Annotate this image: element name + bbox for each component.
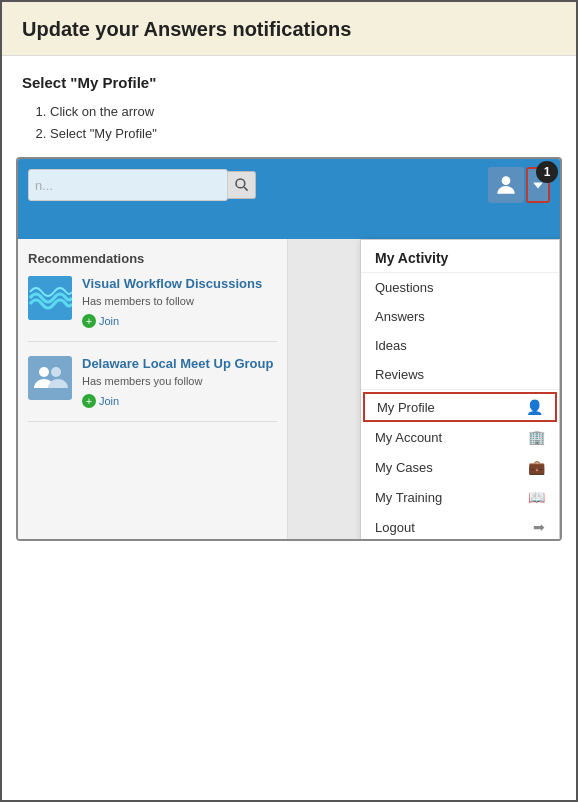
reviews-label: Reviews [375, 367, 424, 382]
dropdown-section-profile: My Profile 👤 My Account 🏢 My Cases 💼 My … [361, 389, 559, 541]
dropdown-section-header: My Activity [361, 240, 559, 273]
plus-circle-icon: + [82, 314, 96, 328]
search-button[interactable] [228, 171, 256, 199]
dropdown-item-my-account[interactable]: My Account 🏢 [361, 422, 559, 452]
user-avatar-area: 1 [488, 167, 550, 203]
my-training-label: My Training [375, 490, 442, 505]
step-2: Select "My Profile" [50, 123, 556, 145]
questions-label: Questions [375, 280, 434, 295]
ideas-label: Ideas [375, 338, 407, 353]
answers-label: Answers [375, 309, 425, 324]
svg-point-2 [502, 177, 511, 186]
page-header: Update your Answers notifications [2, 2, 576, 56]
cases-icon: 💼 [528, 459, 545, 475]
community-desc-2: Has members you follow [82, 375, 277, 387]
dropdown-item-my-training[interactable]: My Training 📖 [361, 482, 559, 512]
list-item: Visual Workflow Discussions Has members … [28, 276, 277, 342]
search-area: n... [28, 169, 478, 201]
dropdown-item-reviews[interactable]: Reviews [361, 360, 559, 389]
screenshot-wrapper: n... 1 [16, 157, 562, 541]
community-logo-people [28, 356, 72, 400]
join-button-1[interactable]: + Join [82, 314, 119, 328]
badge-1: 1 [536, 161, 558, 183]
logout-icon: ➡ [533, 519, 545, 535]
account-icon: 🏢 [528, 429, 545, 445]
instructions-list: Click on the arrow Select "My Profile" [50, 101, 556, 145]
sidebar: Recommendations Visual Workflow Discussi… [18, 239, 288, 539]
community-info: Delaware Local Meet Up Group Has members… [82, 356, 277, 409]
app-subheader [18, 211, 560, 239]
community-info: Visual Workflow Discussions Has members … [82, 276, 277, 329]
community-logo-waves [28, 276, 72, 320]
instructions-section: Select "My Profile" Click on the arrow S… [2, 56, 576, 157]
list-item: Delaware Local Meet Up Group Has members… [28, 356, 277, 422]
svg-point-6 [51, 367, 61, 377]
search-icon [234, 177, 250, 193]
svg-line-1 [244, 187, 248, 191]
app-header: n... 1 [18, 159, 560, 211]
dropdown-menu: My Activity Questions Answers Ideas Revi… [360, 239, 560, 541]
training-icon: 📖 [528, 489, 545, 505]
profile-icon: 👤 [526, 399, 543, 415]
search-input-text: n... [35, 178, 221, 193]
dropdown-item-my-profile[interactable]: My Profile 👤 [363, 392, 557, 422]
community-name-2[interactable]: Delaware Local Meet Up Group [82, 356, 277, 373]
join-button-2[interactable]: + Join [82, 394, 119, 408]
logout-label: Logout [375, 520, 415, 535]
dropdown-item-logout[interactable]: Logout ➡ [361, 512, 559, 541]
dropdown-item-ideas[interactable]: Ideas [361, 331, 559, 360]
step-1: Click on the arrow [50, 101, 556, 123]
people-icon [32, 360, 68, 396]
dropdown-item-questions[interactable]: Questions [361, 273, 559, 302]
my-account-label: My Account [375, 430, 442, 445]
my-profile-label: My Profile [377, 400, 435, 415]
community-desc: Has members to follow [82, 295, 277, 307]
search-box[interactable]: n... [28, 169, 228, 201]
svg-point-5 [39, 367, 49, 377]
app-content: Recommendations Visual Workflow Discussi… [18, 239, 560, 539]
instructions-heading: Select "My Profile" [22, 74, 556, 91]
avatar [488, 167, 524, 203]
dropdown-item-answers[interactable]: Answers [361, 302, 559, 331]
sidebar-section-title: Recommendations [28, 251, 277, 266]
svg-point-0 [236, 179, 245, 188]
svg-marker-3 [533, 183, 543, 189]
my-cases-label: My Cases [375, 460, 433, 475]
page-title: Update your Answers notifications [22, 18, 556, 41]
join-label-1: Join [99, 315, 119, 327]
waves-icon [28, 276, 72, 320]
user-icon [493, 172, 519, 198]
dropdown-item-my-cases[interactable]: My Cases 💼 [361, 452, 559, 482]
plus-circle-icon-2: + [82, 394, 96, 408]
join-label-2: Join [99, 395, 119, 407]
community-name[interactable]: Visual Workflow Discussions [82, 276, 277, 293]
